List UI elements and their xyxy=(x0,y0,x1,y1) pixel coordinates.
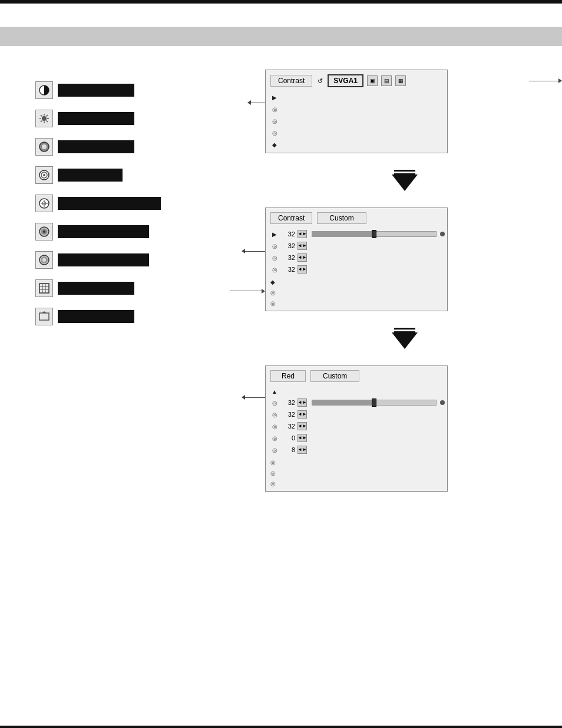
p2row3-arrow[interactable]: ◄► xyxy=(297,253,307,262)
menu-item-gamma[interactable] xyxy=(35,223,224,241)
p3row5-icon: ◎ xyxy=(270,446,279,454)
panel2-row2: ◎ 32 ◄► xyxy=(270,240,445,252)
noise-label xyxy=(58,253,149,266)
panel3-header: Red Custom xyxy=(268,368,445,384)
p3row2-arrow[interactable]: ◄► xyxy=(297,410,307,419)
panel1-icon1[interactable]: ▣ xyxy=(367,75,378,86)
panel3-row4: ◎ 0 ◄► xyxy=(270,432,445,444)
menu-item-tint[interactable] xyxy=(35,166,224,184)
menu-item-noise[interactable] xyxy=(35,251,224,269)
svg-line-6 xyxy=(41,115,42,117)
p3bot-row3: ◎ xyxy=(270,478,445,489)
p2row3-value: 32 xyxy=(281,254,295,261)
panel1-row4: ◎ xyxy=(270,127,445,139)
panel1-row5: ◆ xyxy=(270,139,445,150)
panel3-rows: ▲ ◎ 32 ◄► ◎ xyxy=(268,386,445,456)
p3row0-icon: ▲ xyxy=(270,387,279,396)
refresh-icon[interactable]: ↺ xyxy=(316,77,324,85)
panel3-row5: ◎ 8 ◄► xyxy=(270,444,445,456)
svg-line-7 xyxy=(47,121,48,123)
panel2-row1: ▶ 32 ◄► xyxy=(270,228,445,240)
contrast-icon xyxy=(35,81,53,99)
annotation1 xyxy=(529,78,562,83)
p3row5-arrow[interactable]: ◄► xyxy=(297,446,307,454)
arrow2 xyxy=(283,328,527,349)
arrow2-line1 xyxy=(394,328,415,330)
panel1-title: Contrast xyxy=(270,75,312,87)
panel1-row1: ▶ xyxy=(270,91,445,103)
panel3-row1: ◎ 32 ◄► xyxy=(270,397,445,409)
panel2-header: Contrast Custom xyxy=(268,210,445,226)
arrow1 xyxy=(283,170,527,191)
panel3-custom-label: Custom xyxy=(310,370,359,382)
reset-icon xyxy=(35,308,53,325)
p2row1-icon: ▶ xyxy=(270,230,279,238)
panel1-row2: ◎ xyxy=(270,103,445,115)
gamma-label xyxy=(58,225,149,238)
p2row4-icon: ◎ xyxy=(270,265,279,274)
p2row1-arrow[interactable]: ◄► xyxy=(297,230,307,238)
p3row1-end-dot xyxy=(440,400,445,405)
p3row4-arrow[interactable]: ◄► xyxy=(297,434,307,442)
p2row1-end-dot xyxy=(440,232,445,236)
panel1-dropdown[interactable]: SVGA1 xyxy=(328,74,363,87)
p3row3-icon: ◎ xyxy=(270,422,279,430)
panel2-title: Contrast xyxy=(270,212,312,224)
svg-point-21 xyxy=(43,230,45,233)
svg-point-11 xyxy=(42,144,47,149)
tint-icon xyxy=(35,166,53,184)
p3row4-value: 0 xyxy=(281,434,295,442)
p3bot-row1: ◎ xyxy=(270,457,445,467)
annotation3 xyxy=(242,249,265,253)
p2bot-row3: ◎ xyxy=(270,298,445,308)
p3row1-slider[interactable] xyxy=(312,400,437,406)
panel1-icon3[interactable]: ▦ xyxy=(395,75,406,86)
reset-label xyxy=(58,310,134,323)
p3row3-arrow[interactable]: ◄► xyxy=(297,422,307,430)
p2bot-row1: ◆ xyxy=(270,276,445,287)
left-menu-panel xyxy=(35,64,224,492)
noise-icon xyxy=(35,251,53,269)
menu-item-contrast[interactable] xyxy=(35,81,224,99)
arrow2-lines xyxy=(394,328,415,332)
p3row4-icon: ◎ xyxy=(270,434,279,442)
p3row5-value: 8 xyxy=(281,446,295,453)
contrast-label xyxy=(58,84,134,97)
p2row3-icon: ◎ xyxy=(270,253,279,262)
panel1-icon2[interactable]: ▤ xyxy=(381,75,392,86)
brightness-icon xyxy=(35,110,53,127)
panel2-custom-label: Custom xyxy=(317,212,366,224)
p2bot-row2: ◎ xyxy=(270,287,445,298)
p2row2-arrow[interactable]: ◄► xyxy=(297,242,307,250)
p3row2-value: 32 xyxy=(281,411,295,418)
arrow1-triangle xyxy=(392,174,418,191)
panel2-row4: ◎ 32 ◄► xyxy=(270,263,445,275)
panel2-contrast-custom: Contrast Custom ▶ 32 ◄► xyxy=(265,207,448,311)
row3-icon: ◎ xyxy=(270,117,279,125)
menu-item-sharpness[interactable] xyxy=(35,195,224,212)
svg-line-8 xyxy=(47,115,48,117)
panel1-contrast-svga: Contrast ↺ SVGA1 ▣ ▤ ▦ ▶ ◎ xyxy=(265,70,448,153)
svg-point-1 xyxy=(42,116,47,121)
menu-item-color[interactable] xyxy=(35,138,224,156)
p3row1-arrow[interactable]: ◄► xyxy=(297,398,307,407)
p3row1-value: 32 xyxy=(281,399,295,406)
panel3-row0: ▲ xyxy=(270,386,445,397)
p3row3-value: 32 xyxy=(281,423,295,430)
panel3-red-custom: Red Custom ▲ ◎ 32 ◄► xyxy=(265,365,448,492)
svg-marker-31 xyxy=(42,311,47,313)
p2row4-arrow[interactable]: ◄► xyxy=(297,265,307,274)
p2row1-slider[interactable] xyxy=(312,231,437,237)
p3bot-row2: ◎ xyxy=(270,467,445,478)
content-area: Contrast ↺ SVGA1 ▣ ▤ ▦ ▶ ◎ xyxy=(0,52,562,503)
menu-item-reset[interactable] xyxy=(35,308,224,325)
menu-item-brightness[interactable] xyxy=(35,110,224,127)
svg-line-9 xyxy=(41,121,42,123)
menu-item-progressive[interactable] xyxy=(35,279,224,297)
panel2-bottom-rows: ◆ ◎ ◎ xyxy=(268,276,445,308)
panel1-rows: ▶ ◎ ◎ ◎ ◆ xyxy=(268,91,445,150)
panel3-title: Red xyxy=(270,370,306,382)
panel1-header: Contrast ↺ SVGA1 ▣ ▤ ▦ xyxy=(268,73,445,89)
p3row1-icon: ◎ xyxy=(270,398,279,407)
p2row2-value: 32 xyxy=(281,242,295,249)
